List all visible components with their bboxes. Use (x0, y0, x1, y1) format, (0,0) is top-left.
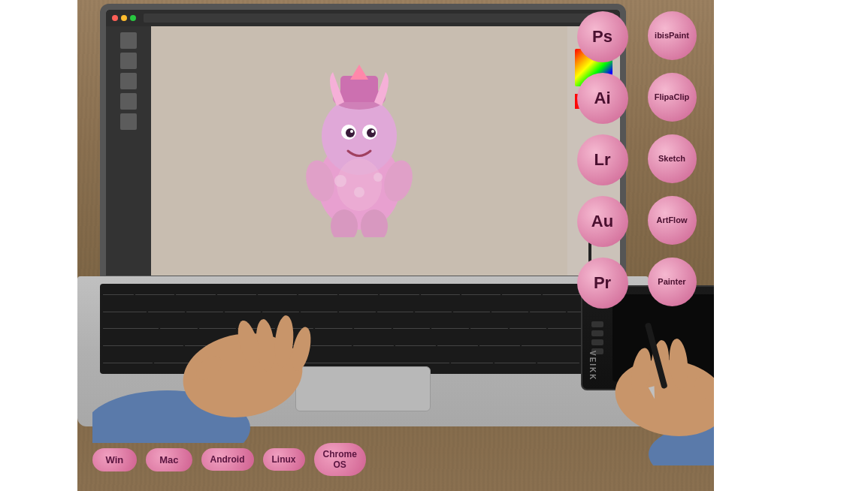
os-platform-pill: Linux (263, 448, 305, 471)
right-whitespace (714, 0, 868, 491)
os-platform-pill: Android (201, 448, 254, 471)
key (415, 312, 452, 312)
tool-icon-3 (120, 73, 137, 89)
tablet-btn-2 (591, 330, 603, 336)
key (339, 294, 378, 295)
app-bubble: FlipaClip (648, 73, 697, 122)
svg-rect-3 (340, 76, 378, 102)
app-bubble: Pr (577, 258, 628, 309)
key (354, 328, 392, 329)
svg-point-16 (334, 175, 346, 187)
key (339, 312, 376, 312)
canvas-area (151, 26, 567, 276)
key (537, 363, 579, 363)
minimize-dot (121, 15, 127, 21)
maximize-dot (130, 15, 136, 21)
key (453, 312, 490, 312)
app-bubble: Ps (577, 11, 628, 62)
key (510, 328, 547, 329)
tablet-btn-1 (591, 321, 603, 327)
screen-toolbar (106, 10, 620, 26)
key (315, 328, 352, 329)
laptop-screen (100, 4, 626, 282)
key (491, 312, 528, 312)
os-platform-pill: Mac (146, 448, 192, 471)
svg-point-9 (350, 130, 353, 133)
app-bubble: Lr (577, 134, 628, 185)
app-bubble: Au (577, 196, 628, 247)
key (437, 345, 478, 346)
toolbar-bar (144, 14, 614, 23)
product-image: VEIKK PsibisPai (77, 0, 791, 491)
os-platform-pill: Chrome OS (314, 443, 366, 476)
tablet-btn-3 (591, 339, 603, 345)
key (502, 294, 541, 295)
key (353, 345, 394, 346)
screen-work-area (106, 26, 620, 276)
tool-icon-4 (120, 93, 137, 110)
key (494, 363, 537, 363)
os-platform-pill: Win (92, 448, 138, 471)
tools-panel (106, 26, 151, 276)
key (393, 328, 431, 329)
svg-point-18 (354, 187, 364, 197)
svg-point-10 (371, 130, 374, 133)
key (431, 328, 469, 329)
key (451, 363, 493, 363)
left-hand (92, 293, 318, 443)
app-bubble: Painter (648, 258, 697, 306)
screen-content (106, 10, 620, 276)
app-bubble: ArtFlow (648, 196, 697, 245)
svg-point-17 (374, 173, 383, 182)
tablet-brand-label: VEIKK (588, 351, 597, 381)
key (461, 294, 501, 295)
key (479, 345, 520, 346)
svg-marker-4 (350, 65, 368, 80)
key (470, 328, 508, 329)
monster-illustration (284, 65, 434, 237)
app-bubble: Ai (577, 73, 628, 124)
key (377, 312, 414, 312)
app-bubble: Sketch (648, 134, 697, 183)
key (380, 294, 419, 295)
tablet-shortcut-buttons (591, 321, 603, 354)
key (395, 345, 436, 346)
os-platforms: WinMacAndroidLinuxChrome OS (92, 443, 366, 476)
tool-icon-2 (120, 53, 137, 69)
svg-point-7 (346, 128, 355, 137)
tool-icon-5 (120, 113, 137, 130)
key (530, 312, 567, 312)
tool-icon-1 (120, 32, 137, 49)
svg-point-8 (367, 128, 376, 137)
close-dot (112, 15, 118, 21)
main-container: VEIKK PsibisPai (0, 0, 868, 491)
app-bubble: ibisPaint (648, 11, 697, 60)
key (421, 294, 460, 295)
